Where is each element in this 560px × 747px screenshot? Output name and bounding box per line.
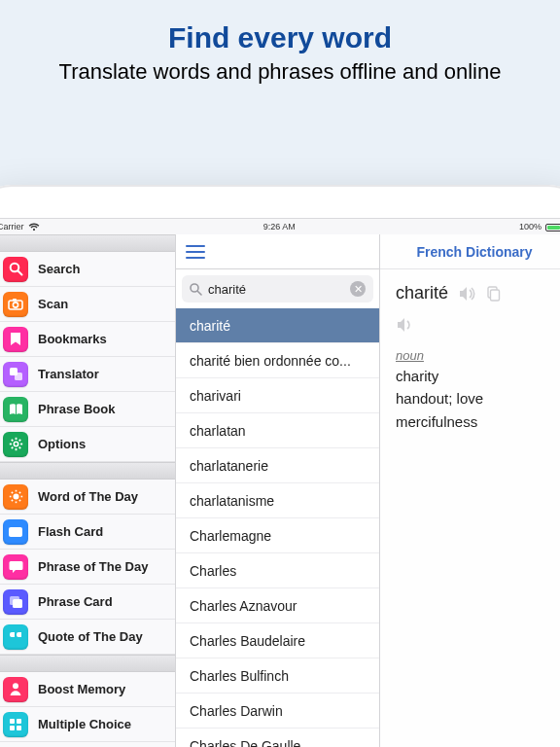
definition-line: mercifulness — [396, 410, 553, 433]
word-row[interactable]: Charles De Gaulle — [176, 729, 379, 747]
sidebar-item-label: Boost Memory — [38, 682, 125, 696]
svg-point-28 — [13, 683, 18, 689]
sidebar-item-label: Phrase Card — [38, 594, 113, 609]
carrier-label: Carrier — [0, 222, 24, 231]
sidebar-item-multiple-choice[interactable]: Multiple Choice — [0, 707, 175, 742]
search-icon — [3, 257, 28, 282]
device-frame: Carrier 9:26 AM 100% SearchScanBookmarks… — [0, 185, 560, 747]
wordlist-toolbar — [176, 234, 379, 269]
word-row[interactable]: charité bien ordonnée co... — [176, 343, 379, 378]
sidebar-item-label: Quote of The Day — [38, 629, 143, 644]
word-column: charité ✕ charitécharité bien ordonnée c… — [176, 234, 380, 747]
clear-icon[interactable]: ✕ — [350, 281, 366, 297]
svg-point-7 — [14, 442, 18, 445]
svg-line-15 — [11, 447, 13, 449]
sidebar-item-translator[interactable]: Translator — [0, 357, 175, 392]
svg-point-3 — [13, 302, 18, 307]
svg-line-12 — [11, 440, 13, 442]
sidebar-item-flash-card[interactable]: Flash Card — [0, 515, 175, 550]
gear-icon — [3, 432, 28, 457]
phrasebook-icon — [3, 397, 28, 422]
word-row[interactable]: charité — [176, 308, 379, 343]
sidebar-item-label: Options — [38, 437, 86, 451]
translate-icon — [3, 362, 28, 387]
app-screen: Carrier 9:26 AM 100% SearchScanBookmarks… — [0, 218, 560, 747]
detail-pane: French Dictionary charité — [380, 234, 560, 747]
svg-line-23 — [18, 492, 19, 493]
headword: charité — [396, 283, 448, 303]
search-query: charité — [208, 282, 344, 297]
person-icon — [3, 677, 28, 702]
svg-rect-6 — [15, 373, 22, 380]
sun-icon — [3, 484, 28, 510]
word-row[interactable]: Charles Baudelaire — [176, 623, 379, 658]
sidebar-item-label: Multiple Choice — [38, 717, 131, 731]
word-row[interactable]: Charles — [176, 553, 379, 588]
sidebar-item-label: Word of The Day — [38, 489, 138, 504]
svg-point-16 — [13, 494, 18, 500]
sidebar-item-label: Translator — [38, 367, 99, 381]
word-row[interactable]: Charlemagne — [176, 518, 379, 553]
svg-rect-30 — [17, 719, 21, 724]
speaker-icon[interactable] — [396, 317, 553, 333]
svg-rect-25 — [9, 527, 22, 537]
sidebar-item-bookmarks[interactable]: Bookmarks — [0, 322, 175, 357]
svg-line-24 — [11, 500, 12, 501]
stack-icon — [3, 589, 28, 615]
svg-line-13 — [18, 447, 20, 449]
status-bar: Carrier 9:26 AM 100% — [0, 219, 560, 234]
svg-rect-4 — [13, 299, 17, 302]
svg-rect-27 — [13, 599, 22, 608]
sidebar-item-phrase-book[interactable]: Phrase Book — [0, 392, 175, 427]
sidebar-item-label: Phrase Book — [38, 402, 115, 416]
sidebar: SearchScanBookmarksTranslatorPhrase Book… — [0, 234, 176, 747]
word-row[interactable]: charlatan — [176, 413, 379, 448]
sidebar-item-label: Flash Card — [38, 524, 103, 539]
promo-headline: Find every word — [19, 21, 541, 54]
bookmark-icon — [3, 327, 28, 352]
sidebar-item-quote-of-the-day[interactable]: Quote of The Day — [0, 620, 175, 655]
svg-line-14 — [18, 440, 20, 442]
sidebar-item-options[interactable]: Options — [0, 427, 175, 462]
copy-icon[interactable] — [485, 286, 501, 302]
sidebar-item-label: Phrase of The Day — [38, 559, 148, 574]
battery-pct: 100% — [519, 222, 542, 231]
battery-icon — [545, 222, 560, 231]
sidebar-item-search[interactable]: Search — [0, 252, 175, 287]
sidebar-item-phrase-card[interactable]: Phrase Card — [0, 585, 175, 620]
svg-rect-29 — [10, 719, 15, 724]
word-row[interactable]: charlatanisme — [176, 483, 379, 518]
svg-line-22 — [18, 500, 19, 501]
detail-title: French Dictionary — [380, 234, 560, 269]
svg-line-1 — [18, 271, 21, 275]
svg-rect-32 — [17, 726, 21, 730]
part-of-speech: noun — [396, 348, 553, 363]
word-row[interactable]: Charles Darwin — [176, 694, 379, 729]
word-row[interactable]: charlatanerie — [176, 448, 379, 483]
word-list[interactable]: charitécharité bien ordonnée co...chariv… — [176, 308, 379, 747]
svg-line-21 — [11, 492, 12, 493]
sidebar-item-phrase-of-the-day[interactable]: Phrase of The Day — [0, 550, 175, 585]
card-icon — [3, 519, 28, 545]
speaker-icon[interactable] — [458, 286, 475, 302]
definitions: charityhandout; lovemercifulness — [396, 365, 553, 433]
hamburger-icon[interactable] — [186, 245, 205, 259]
word-row[interactable]: charivari — [176, 378, 379, 413]
search-input[interactable]: charité ✕ — [182, 275, 373, 302]
word-row[interactable]: Charles Bulfinch — [176, 658, 379, 694]
sidebar-item-label: Scan — [38, 297, 68, 311]
search-icon — [190, 283, 202, 296]
sidebar-item-guess-word[interactable]: Guess Word — [0, 742, 175, 747]
sidebar-item-label: Bookmarks — [38, 332, 107, 346]
promo-subline: Translate words and phrases offline and … — [19, 58, 541, 86]
definition-line: charity — [396, 365, 553, 387]
grid-icon — [3, 712, 28, 737]
sidebar-item-boost-memory[interactable]: Boost Memory — [0, 672, 175, 707]
sidebar-item-scan[interactable]: Scan — [0, 287, 175, 322]
quote-icon — [3, 624, 28, 650]
speech-icon — [3, 554, 28, 580]
word-row[interactable]: Charles Aznavour — [176, 588, 379, 623]
sidebar-item-word-of-the-day[interactable]: Word of The Day — [0, 480, 175, 515]
clock: 9:26 AM — [263, 222, 296, 231]
svg-rect-31 — [10, 726, 15, 730]
